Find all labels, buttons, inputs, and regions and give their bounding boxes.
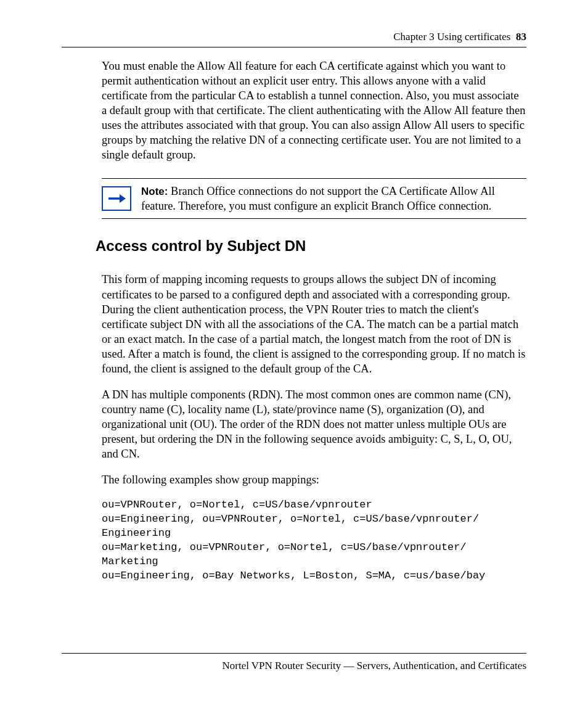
footer-text: Nortel VPN Router Security — Servers, Au…: [62, 660, 526, 672]
svg-marker-1: [120, 194, 126, 203]
code-block: ou=VPNRouter, o=Nortel, c=US/base/vpnrou…: [102, 498, 526, 583]
section-body: This form of mapping incoming requests t…: [102, 272, 526, 583]
page-number: 83: [516, 31, 526, 43]
header-rule: [62, 47, 526, 47]
footer-rule: [62, 653, 526, 654]
paragraph-intro: You must enable the Allow All feature fo…: [102, 59, 526, 162]
note-bottom-rule: [102, 218, 526, 219]
arrow-right-icon: [102, 186, 131, 211]
page: Chapter 3 Using certificates 83 You must…: [0, 0, 588, 706]
paragraph-p4: The following examples show group mappin…: [102, 472, 526, 487]
running-header: Chapter 3 Using certificates 83: [62, 31, 526, 43]
note-body: Branch Office connections do not support…: [141, 185, 495, 212]
note-block: Note: Branch Office connections do not s…: [102, 179, 526, 218]
note-text: Note: Branch Office connections do not s…: [141, 184, 526, 213]
note-label: Note:: [141, 186, 168, 197]
section-heading: Access control by Subject DN: [96, 237, 526, 255]
paragraph-p3: A DN has multiple components (RDN). The …: [102, 387, 526, 461]
body-column: You must enable the Allow All feature fo…: [102, 59, 526, 219]
paragraph-p2: This form of mapping incoming requests t…: [102, 272, 526, 376]
chapter-title: Chapter 3 Using certificates: [393, 31, 510, 43]
